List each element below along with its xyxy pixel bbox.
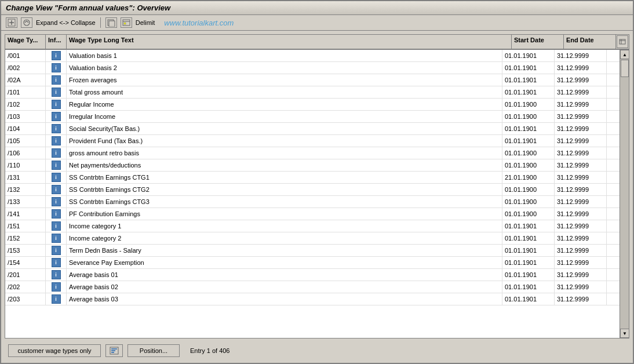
table-row[interactable]: /02A i Frozen averages 01.01.1901 31.12.…	[5, 74, 620, 86]
cell-end-date: 31.12.9999	[555, 111, 607, 122]
cell-start-date: 01.01.1901	[502, 50, 555, 61]
table-row[interactable]: /203 i Average basis 03 01.01.1901 31.12…	[5, 293, 620, 305]
col-header-settings[interactable]	[616, 35, 629, 49]
info-icon[interactable]: i	[52, 197, 61, 206]
info-icon[interactable]: i	[52, 270, 61, 279]
scroll-down-btn[interactable]: ▼	[620, 329, 629, 338]
customer-wage-types-btn[interactable]: customer wage types only	[8, 344, 101, 357]
table-row[interactable]: /131 i SS Contrbtn Earnings CTG1 21.01.1…	[5, 172, 620, 184]
table-row[interactable]: /201 i Average basis 01 01.01.1901 31.12…	[5, 269, 620, 281]
table-row[interactable]: /154 i Severance Pay Exemption 01.01.190…	[5, 257, 620, 269]
table-row[interactable]: /103 i Irregular Income 01.01.1900 31.12…	[5, 111, 620, 123]
cell-info[interactable]: i	[46, 74, 67, 86]
cell-info[interactable]: i	[46, 147, 67, 159]
cell-info[interactable]: i	[46, 62, 67, 74]
table-row[interactable]: /151 i Income category 1 01.01.1901 31.1…	[5, 220, 620, 232]
cell-info[interactable]: i	[46, 135, 67, 147]
cell-info[interactable]: i	[46, 293, 67, 305]
table-row[interactable]: /102 i Regular Income 01.01.1900 31.12.9…	[5, 99, 620, 111]
cell-start-date: 01.01.1900	[502, 196, 555, 208]
toolbar-icon-4[interactable]	[121, 17, 132, 28]
info-icon[interactable]: i	[52, 88, 61, 97]
cell-info[interactable]: i	[46, 269, 67, 281]
cell-info[interactable]: i	[46, 208, 67, 220]
cell-long-text: Valuation basis 1	[67, 50, 502, 61]
cell-info[interactable]: i	[46, 245, 67, 256]
position-icon-btn[interactable]	[105, 344, 123, 357]
cell-end-date: 31.12.9999	[555, 257, 607, 268]
cell-start-date: 01.01.1901	[502, 86, 555, 98]
scroll-up-btn[interactable]: ▲	[620, 50, 629, 59]
cell-end-date: 31.12.9999	[555, 123, 607, 134]
info-icon[interactable]: i	[52, 161, 61, 170]
cell-start-date: 01.01.1900	[502, 147, 555, 159]
cell-info[interactable]: i	[46, 257, 67, 268]
info-icon[interactable]: i	[52, 51, 61, 60]
info-icon[interactable]: i	[52, 136, 61, 145]
table-row[interactable]: /152 i Income category 2 01.01.1901 31.1…	[5, 232, 620, 245]
toolbar-icon-1[interactable]	[6, 17, 17, 28]
table-row[interactable]: /105 i Provident Fund (Tax Bas.) 01.01.1…	[5, 135, 620, 147]
info-icon[interactable]: i	[52, 185, 61, 194]
cell-wage-type: /131	[5, 172, 46, 183]
table-row[interactable]: /001 i Valuation basis 1 01.01.1901 31.1…	[5, 50, 620, 62]
cell-long-text: Net payments/deductions	[67, 159, 502, 171]
cell-long-text: PF Contribution Earnings	[67, 208, 502, 220]
cell-info[interactable]: i	[46, 159, 67, 171]
info-icon[interactable]: i	[52, 63, 61, 72]
cell-empty	[607, 196, 620, 208]
col-header-long-text: Wage Type Long Text	[67, 35, 512, 49]
table-row[interactable]: /002 i Valuation basis 2 01.01.1901 31.1…	[5, 62, 620, 74]
cell-wage-type: /001	[5, 50, 46, 61]
table-row[interactable]: /101 i Total gross amount 01.01.1901 31.…	[5, 86, 620, 99]
cell-info[interactable]: i	[46, 123, 67, 134]
cell-empty	[607, 135, 620, 147]
info-icon[interactable]: i	[52, 258, 61, 267]
info-icon[interactable]: i	[52, 282, 61, 292]
cell-end-date: 31.12.9999	[555, 86, 607, 98]
info-icon[interactable]: i	[52, 221, 61, 231]
cell-info[interactable]: i	[46, 99, 67, 110]
cell-wage-type: /02A	[5, 74, 46, 86]
info-icon[interactable]: i	[52, 209, 61, 219]
table-row[interactable]: /110 i Net payments/deductions 01.01.190…	[5, 159, 620, 172]
toolbar-icon-2[interactable]	[21, 17, 32, 28]
table-row[interactable]: /202 i Average basis 02 01.01.1901 31.12…	[5, 281, 620, 293]
table-row[interactable]: /133 i SS Contrbtn Earnings CTG3 01.01.1…	[5, 196, 620, 208]
info-icon[interactable]: i	[52, 112, 61, 121]
cell-wage-type: /141	[5, 208, 46, 220]
info-icon[interactable]: i	[52, 234, 61, 243]
cell-info[interactable]: i	[46, 220, 67, 232]
scroll-track[interactable]	[620, 59, 629, 329]
cell-info[interactable]: i	[46, 50, 67, 61]
info-icon[interactable]: i	[52, 294, 61, 304]
toolbar-icon-3[interactable]	[105, 17, 117, 28]
cell-end-date: 31.12.9999	[555, 293, 607, 305]
table-row[interactable]: /153 i Term Dedn Basis - Salary 01.01.19…	[5, 245, 620, 257]
info-icon[interactable]: i	[52, 75, 61, 85]
cell-info[interactable]: i	[46, 184, 67, 195]
cell-long-text: SS Contrbtn Earnings CTG2	[67, 184, 502, 195]
info-icon[interactable]: i	[52, 246, 61, 255]
table-row[interactable]: /141 i PF Contribution Earnings 01.01.19…	[5, 208, 620, 220]
cell-info[interactable]: i	[46, 196, 67, 208]
cell-long-text: Total gross amount	[67, 86, 502, 98]
vertical-scrollbar[interactable]: ▲ ▼	[620, 50, 629, 338]
cell-info[interactable]: i	[46, 111, 67, 122]
info-icon[interactable]: i	[52, 124, 61, 133]
settings-icon[interactable]	[617, 35, 628, 48]
info-icon[interactable]: i	[52, 148, 61, 158]
cell-info[interactable]: i	[46, 172, 67, 183]
table-row[interactable]: /104 i Social Security(Tax Bas.) 01.01.1…	[5, 123, 620, 135]
cell-info[interactable]: i	[46, 86, 67, 98]
info-icon[interactable]: i	[52, 100, 61, 109]
scroll-thumb[interactable]	[621, 60, 629, 77]
position-btn[interactable]: Position...	[127, 344, 180, 357]
table-row[interactable]: /132 i SS Contrbtn Earnings CTG2 01.01.1…	[5, 184, 620, 196]
cell-wage-type: /103	[5, 111, 46, 122]
cell-start-date: 21.01.1900	[502, 172, 555, 183]
info-icon[interactable]: i	[52, 173, 61, 182]
cell-info[interactable]: i	[46, 281, 67, 293]
cell-info[interactable]: i	[46, 232, 67, 244]
table-row[interactable]: /106 i gross amount retro basis 01.01.19…	[5, 147, 620, 159]
